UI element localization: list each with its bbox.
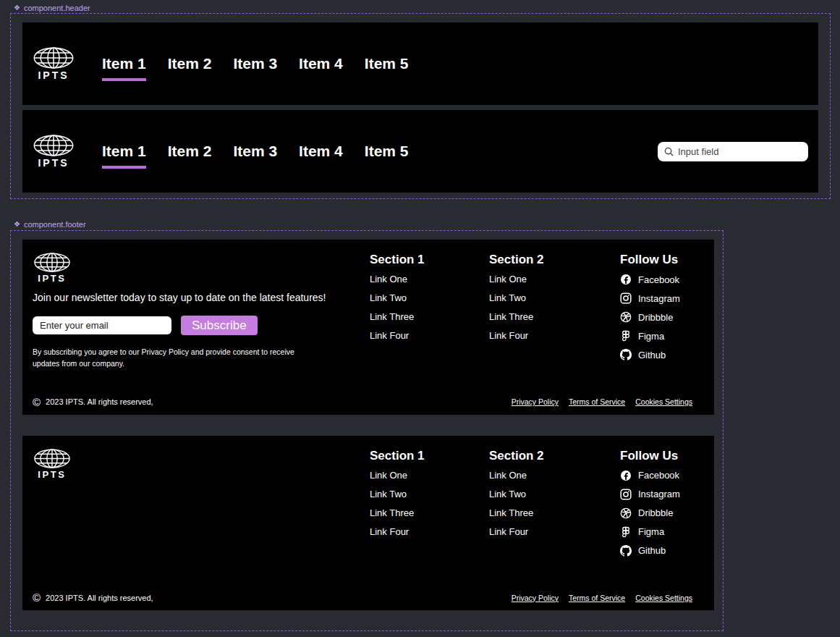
footer-section-1: Section 1 Link One Link Two Link Three L… (370, 253, 489, 397)
header-variant-search: IPTS Item 1 Item 2 Item 3 Item 4 Item 5 (22, 110, 818, 193)
instagram-icon (620, 292, 632, 304)
search-icon (664, 147, 674, 156)
social-link-github[interactable]: Github (620, 349, 692, 360)
legal-link-cookies[interactable]: Cookies Settings (635, 397, 692, 406)
footer-logo[interactable]: IPTS (33, 253, 72, 284)
social-label: Github (638, 350, 666, 360)
logo-text: IPTS (38, 157, 69, 169)
facebook-icon (620, 274, 632, 285)
footer-bottom-bar: © 2023 IPTS. All rights reserved, Privac… (33, 592, 692, 603)
footer-link[interactable]: Link One (370, 470, 489, 481)
copyright: © 2023 IPTS. All rights reserved, (33, 592, 153, 603)
nav-item-5[interactable]: Item 5 (365, 143, 409, 160)
footer-section-title: Section 2 (489, 253, 620, 267)
footer-link[interactable]: Link Three (370, 507, 489, 518)
footer-link[interactable]: Link One (489, 470, 620, 481)
social-link-facebook[interactable]: Facebook (620, 274, 692, 285)
footer-link[interactable]: Link Two (370, 489, 489, 499)
footer-section-title: Section 2 (489, 449, 620, 463)
footer-link[interactable]: Link Two (489, 489, 620, 499)
follow-us-title: Follow Us (620, 253, 692, 267)
nav-item-3[interactable]: Item 3 (233, 55, 277, 72)
social-link-instagram[interactable]: Instagram (620, 489, 692, 500)
footer-component-label: ❖ component.footer (14, 220, 86, 229)
nav-item-3[interactable]: Item 3 (233, 143, 277, 160)
newsletter-text: Join our newsletter today to stay up to … (33, 292, 370, 303)
follow-us-title: Follow Us (620, 449, 692, 463)
social-label: Instagram (638, 293, 680, 304)
component-icon: ❖ (14, 4, 20, 12)
copyright: © 2023 IPTS. All rights reserved, (33, 397, 153, 408)
footer-bottom-bar: © 2023 IPTS. All rights reserved, Privac… (33, 397, 692, 408)
logo-text: IPTS (38, 469, 66, 480)
dribbble-icon (620, 507, 632, 519)
footer-follow-column: Follow Us Facebook Instagram Dribbble Fi… (620, 449, 692, 593)
legal-link-privacy[interactable]: Privacy Policy (512, 594, 559, 602)
footer-link[interactable]: Link Four (489, 526, 620, 537)
header-logo[interactable]: IPTS (33, 47, 75, 81)
social-link-figma[interactable]: Figma (620, 526, 692, 538)
globe-icon (33, 135, 75, 156)
footer-link[interactable]: Link One (370, 274, 489, 284)
nav-item-1[interactable]: Item 1 (102, 143, 146, 160)
search-field[interactable] (658, 142, 808, 161)
logo-text: IPTS (38, 273, 66, 284)
header-component-label: ❖ component.header (14, 4, 90, 12)
legal-link-terms[interactable]: Terms of Service (569, 397, 625, 406)
legal-link-privacy[interactable]: Privacy Policy (512, 397, 559, 406)
copyright-icon: © (33, 397, 41, 408)
nav-item-1[interactable]: Item 1 (102, 55, 146, 72)
footer-section-title: Section 1 (370, 253, 489, 267)
legal-link-terms[interactable]: Terms of Service (569, 594, 625, 602)
email-input[interactable] (33, 316, 171, 334)
nav-item-5[interactable]: Item 5 (365, 55, 409, 72)
social-link-github[interactable]: Github (620, 545, 692, 557)
copyright-text: 2023 IPTS. All rights reserved, (46, 594, 153, 602)
dribbble-icon (620, 311, 632, 323)
footer-link[interactable]: Link Three (370, 311, 489, 322)
social-link-figma[interactable]: Figma (620, 330, 692, 342)
subscribe-button[interactable]: Subscribe (181, 316, 258, 335)
nav-item-4[interactable]: Item 4 (299, 55, 343, 72)
footer-follow-column: Follow Us Facebook Instagram Dribbble Fi… (620, 253, 692, 397)
figma-icon (620, 330, 632, 342)
footer-component-frame: IPTS Join our newsletter today to stay u… (10, 230, 724, 631)
footer-logo[interactable]: IPTS (33, 449, 72, 480)
footer-link[interactable]: Link One (489, 274, 620, 284)
footer-link[interactable]: Link Four (370, 330, 489, 341)
social-link-instagram[interactable]: Instagram (620, 292, 692, 304)
footer-section-2: Section 2 Link One Link Two Link Three L… (489, 253, 620, 397)
search-input[interactable] (678, 146, 802, 157)
footer-link[interactable]: Link Two (370, 292, 489, 303)
nav-item-2[interactable]: Item 2 (168, 143, 212, 160)
footer-variant-newsletter: IPTS Join our newsletter today to stay u… (22, 240, 714, 415)
social-label: Dribbble (638, 507, 673, 518)
footer-link[interactable]: Link Two (489, 292, 620, 303)
fine-print: By subscribing you agree to our Privacy … (33, 346, 311, 370)
subscribe-form: Subscribe (33, 316, 370, 335)
social-label: Figma (638, 526, 664, 537)
header-logo[interactable]: IPTS (33, 135, 75, 169)
legal-links: Privacy Policy Terms of Service Cookies … (512, 594, 692, 602)
social-link-facebook[interactable]: Facebook (620, 470, 692, 481)
copyright-icon: © (33, 592, 41, 603)
copyright-text: 2023 IPTS. All rights reserved, (46, 397, 153, 406)
social-link-dribbble[interactable]: Dribbble (620, 311, 692, 323)
nav-item-2[interactable]: Item 2 (168, 55, 212, 72)
social-label: Facebook (638, 274, 679, 285)
social-link-dribbble[interactable]: Dribbble (620, 507, 692, 519)
footer-link[interactable]: Link Three (489, 507, 620, 518)
github-icon (620, 545, 632, 557)
social-label: Figma (638, 331, 664, 342)
footer-link[interactable]: Link Four (370, 526, 489, 537)
header-nav: Item 1 Item 2 Item 3 Item 4 Item 5 (102, 143, 409, 160)
footer-top: IPTS Section 1 Link One Link Two Link Th… (33, 449, 692, 593)
legal-link-cookies[interactable]: Cookies Settings (635, 594, 692, 602)
nav-item-4[interactable]: Item 4 (299, 143, 343, 160)
footer-variant-simple: IPTS Section 1 Link One Link Two Link Th… (22, 436, 714, 611)
legal-links: Privacy Policy Terms of Service Cookies … (512, 397, 692, 406)
footer-link[interactable]: Link Four (489, 330, 620, 341)
footer-left-column: IPTS Join our newsletter today to stay u… (33, 253, 370, 397)
footer-link[interactable]: Link Three (489, 311, 620, 322)
footer-component-label-text: component.footer (24, 220, 86, 229)
